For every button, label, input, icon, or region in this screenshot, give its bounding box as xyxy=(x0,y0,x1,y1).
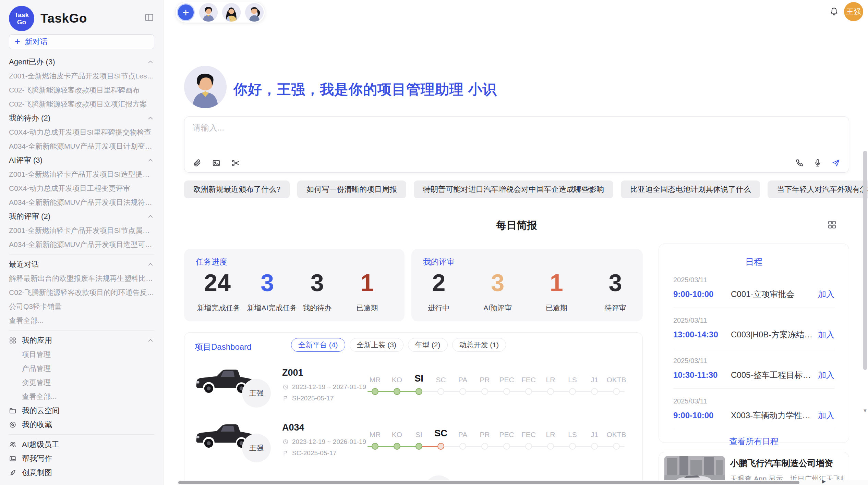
dashboard-tab[interactable]: 动总开发 (1) xyxy=(452,338,506,352)
notifications-bell-icon[interactable] xyxy=(829,7,839,17)
my-apps-header[interactable]: 我的应用 xyxy=(9,333,154,347)
milestone-track: MRKOSISCPAPRPECFECLRLSJ1OKTB xyxy=(364,359,627,414)
join-meeting-link[interactable]: 加入 xyxy=(818,370,834,381)
dashboard-tab[interactable]: 年型 (2) xyxy=(408,338,448,352)
sidebar-task-item[interactable]: C0X4-动力总成开发项目工程变更评审 xyxy=(9,181,154,195)
project-code[interactable]: Z001 xyxy=(282,368,303,378)
suggestion-chip[interactable]: 如何写一份清晰的项目周报 xyxy=(297,181,406,198)
metric: 3新增AI完成任务 xyxy=(247,271,288,313)
view-all-schedule-link[interactable]: 查看所有日程 xyxy=(673,436,834,447)
project-dates: 2023-12-19 ~ 2026-01-19 xyxy=(282,438,366,446)
app-grid-icon xyxy=(9,337,16,344)
input-actions xyxy=(795,158,841,167)
suggestion-chip[interactable]: 欧洲新规最近颁布了什么? xyxy=(184,181,290,198)
conversation-avatar-3[interactable] xyxy=(245,3,264,22)
sidebar-link-star-badge[interactable]: 我的收藏 xyxy=(9,418,154,432)
schedule-date: 2025/03/11 xyxy=(673,276,834,284)
sidebar-section-header[interactable]: AI评审 (3) xyxy=(9,153,154,167)
milestone: PEC xyxy=(496,414,518,450)
sidebar-task-item[interactable]: A034-全新新能源MUV产品开发项目法规符合性评审 xyxy=(9,195,154,209)
horizontal-scrollbar-thumb[interactable] xyxy=(178,481,799,484)
project-next-milestone: SC-2025-05-17 xyxy=(282,449,337,457)
join-meeting-link[interactable]: 加入 xyxy=(818,329,834,340)
scroll-right-arrow-icon[interactable]: ▶ xyxy=(822,478,826,484)
paperclip-icon[interactable] xyxy=(193,159,202,167)
schedule-time: 10:30-11:30 xyxy=(673,370,731,380)
add-conversation-button[interactable]: + xyxy=(177,3,195,21)
stat-card: 任务进度24新增完成任务3新增AI完成任务3我的待办1已逾期 xyxy=(184,249,405,321)
layout-grid-icon[interactable] xyxy=(827,220,837,229)
join-meeting-link[interactable]: 加入 xyxy=(818,410,834,421)
app-item[interactable]: 查看全部... xyxy=(9,389,154,403)
suggestion-chip[interactable]: 特朗普可能对进口汽车增税会对中国车企造成哪些影响 xyxy=(414,181,613,198)
schedule-list: 2025/03/119:00-10:00C001-立项审批会加入2025/03/… xyxy=(673,268,834,429)
sidebar-tool-people[interactable]: AI超级员工 xyxy=(9,437,154,451)
milestone-dot xyxy=(591,388,598,395)
conversation-avatar-1[interactable] xyxy=(199,3,218,22)
sidebar-task-item[interactable]: C02-飞腾新能源轻客改款项目立项汇报方案 xyxy=(9,97,154,111)
join-meeting-link[interactable]: 加入 xyxy=(818,289,834,300)
sidebar-task-item[interactable]: Z001-全新燃油皮卡产品开发项目SI节点Lesson Learn报告 xyxy=(9,69,154,83)
user-avatar[interactable]: 王强 xyxy=(844,2,863,21)
sidebar-task-item[interactable]: C02-飞腾新能源轻客改款项目里程碑画布 xyxy=(9,83,154,97)
send-icon[interactable] xyxy=(831,158,841,167)
recent-conversation-item[interactable]: C02-飞腾新能源轻客改款项目的闭环通告反馈情况 xyxy=(9,285,154,299)
phone-icon[interactable] xyxy=(795,158,804,167)
sidebar-task-item[interactable]: A034-全新新能源MUV产品开发项目计划变更表编写 xyxy=(9,139,154,153)
sidebar-section-header[interactable]: Agent已办 (3) xyxy=(9,55,154,69)
new-chat-button[interactable]: + 新对话 xyxy=(9,34,154,49)
app-item[interactable]: 产品管理 xyxy=(9,361,154,375)
sidebar-tool-quill[interactable]: 创意制图 xyxy=(9,465,154,480)
chevron-up-icon xyxy=(147,213,154,220)
milestone-label: PA xyxy=(458,372,467,384)
scissors-icon[interactable] xyxy=(231,159,240,167)
conversation-avatar-2[interactable] xyxy=(222,3,241,22)
dashboard-tab[interactable]: 全新上装 (3) xyxy=(350,338,404,352)
scroll-down-arrow-icon[interactable]: ▼ xyxy=(863,408,868,413)
metric-value: 3 xyxy=(247,271,288,295)
milestone-label: MR xyxy=(370,372,381,384)
tool-label: 创意制图 xyxy=(22,468,52,478)
metric-value: 1 xyxy=(536,271,577,295)
metric-value: 3 xyxy=(478,271,518,295)
milestone-dot xyxy=(591,443,598,450)
sidebar-task-item[interactable]: A034-全新新能源MUV产品开发项目造型可行性评审 xyxy=(9,237,154,251)
suggestion-chip[interactable]: 比亚迪全固态电池计划具体说了什么 xyxy=(621,181,760,198)
sidebar-task-item[interactable]: Z001-全新燃油轻卡产品开发项目SI造型提交物评审 xyxy=(9,167,154,181)
schedule-time: 9:00-10:00 xyxy=(673,411,731,420)
recent-conversation-item[interactable]: 查看全部... xyxy=(9,313,154,327)
milestone-label: PEC xyxy=(499,427,514,439)
milestone: SI xyxy=(408,359,430,395)
app-title: TaskGo xyxy=(40,11,87,26)
sidebar-link-cloud-folder[interactable]: 我的云空间 xyxy=(9,403,154,418)
stat-card-title: 任务进度 xyxy=(196,257,227,267)
sidebar-tool-photo[interactable]: 帮我写作 xyxy=(9,451,154,465)
clock-icon xyxy=(282,439,289,445)
app-item[interactable]: 项目管理 xyxy=(9,347,154,361)
sidebar-section-header[interactable]: 我的评审 (2) xyxy=(9,209,154,223)
vertical-scrollbar-thumb[interactable] xyxy=(863,151,867,370)
news-title: 小鹏飞行汽车制造公司增资 xyxy=(730,458,833,469)
milestone-label: LS xyxy=(568,427,577,439)
milestone-dot xyxy=(503,443,510,450)
sidebar-task-item[interactable]: C0X4-动力总成开发项目SI里程碑提交物检查 xyxy=(9,125,154,139)
sidebar-task-item[interactable]: Z001-全新燃油轻卡产品开发项目SI节点属性5D文件评审 xyxy=(9,223,154,237)
recent-conversation-item[interactable]: 公司Q3轻卡销量 xyxy=(9,299,154,313)
sidebar-collapse-icon[interactable] xyxy=(144,12,154,23)
sidebar-section-header[interactable]: 我的待办 (2) xyxy=(9,111,154,125)
recent-conversation-item[interactable]: 解释最新出台的欧盟报废车法规再生塑料比例被调至15%... xyxy=(9,271,154,285)
recent-conversations-header[interactable]: 最近对话 xyxy=(9,257,154,271)
dashboard-title: 项目Dashboard xyxy=(195,341,251,352)
input-attachments xyxy=(193,159,240,167)
microphone-icon[interactable] xyxy=(813,158,822,167)
image-icon[interactable] xyxy=(212,159,221,167)
milestone-label: J1 xyxy=(591,427,598,439)
suggestion-chips: 欧洲新规最近颁布了什么?如何写一份清晰的项目周报特朗普可能对进口汽车增税会对中国… xyxy=(184,181,868,198)
daily-briefing-header: 每日简报 xyxy=(184,219,849,233)
chat-input[interactable] xyxy=(192,122,841,151)
horizontal-scrollbar[interactable] xyxy=(177,480,868,485)
app-item[interactable]: 变更管理 xyxy=(9,375,154,389)
project-code[interactable]: A034 xyxy=(282,422,304,433)
dashboard-tab[interactable]: 全新平台 (4) xyxy=(291,338,345,352)
suggestion-chip[interactable]: 当下年轻人对汽车外观有怎样的喜好趋势 xyxy=(768,181,868,198)
